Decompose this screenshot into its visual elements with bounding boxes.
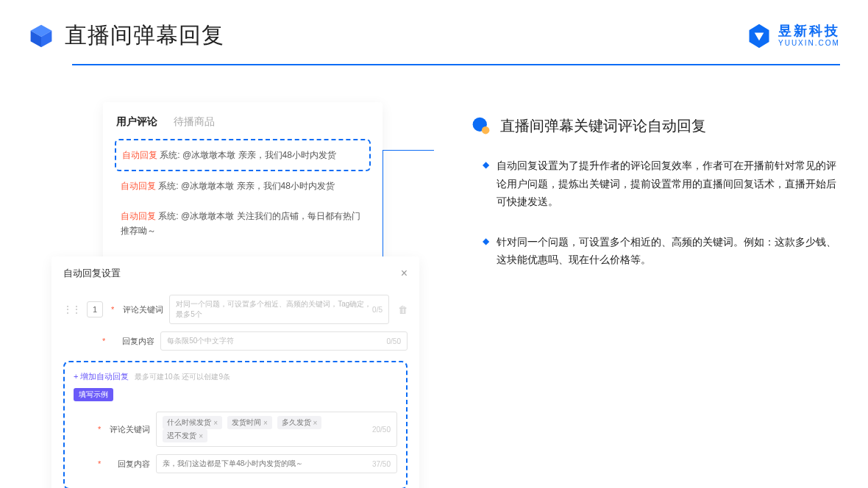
comment-item-highlight: 自动回复 系统: @冰墩墩本墩 亲亲，我们48小时内发货: [115, 139, 371, 171]
example-content-row: * 回复内容 亲，我们这边都是下单48小时内发货的哦～ 37/50: [74, 454, 397, 473]
example-content-label: 回复内容: [109, 459, 150, 470]
required-star: *: [100, 337, 107, 345]
svg-point-5: [482, 126, 490, 134]
comment-text: @冰墩墩本墩 亲亲，我们48小时内发货: [181, 181, 335, 191]
comment-text: @冰墩墩本墩 亲亲，我们48小时内发货: [182, 150, 336, 160]
right-column: 直播间弹幕关键词评论自动回复 ◆ 自动回复设置为了提升作者的评论回复效率，作者可…: [449, 102, 840, 291]
index-box: 1: [87, 301, 103, 317]
tag-remove-icon: ×: [199, 432, 203, 440]
bullet-text: 针对同一个问题，可设置多个相近的、高频的关键词。例如：这款多少钱、这块能优惠吗、…: [497, 233, 840, 269]
brand-logo-icon: [746, 23, 772, 49]
content-placeholder: 每条限50个中文字符: [167, 336, 234, 346]
tab-user-comments[interactable]: 用户评论: [116, 115, 157, 129]
brand-en: YUUXIN.COM: [778, 39, 840, 47]
tag-remove-icon: ×: [263, 419, 268, 427]
comment-list: 自动回复 系统: @冰墩墩本墩 亲亲，我们48小时内发货 自动回复 系统: @冰…: [103, 139, 383, 246]
content-label: 回复内容: [113, 336, 154, 347]
comment-prefix: 系统:: [158, 211, 178, 221]
example-content-value: 亲，我们这边都是下单48小时内发货的哦～: [163, 459, 303, 469]
slide-header: 直播间弹幕回复 昱新科技 YUUXIN.COM: [0, 0, 868, 58]
brand-cn: 昱新科技: [778, 24, 840, 39]
example-kw-count: 20/50: [372, 426, 391, 434]
cube-icon: [28, 23, 54, 49]
page-title: 直播间弹幕回复: [65, 21, 224, 51]
add-auto-reply-link[interactable]: + 增加自动回复: [74, 371, 129, 382]
bullet-item: ◆ 针对同一个问题，可设置多个相近的、高频的关键词。例如：这款多少钱、这块能优惠…: [471, 233, 840, 269]
comment-item: 自动回复 系统: @冰墩墩本墩 亲亲，我们48小时内发货: [115, 171, 371, 201]
example-keyword-row: * 评论关键词 什么时候发货× 发货时间× 多久发货× 迟不发货× 20/50: [74, 412, 397, 447]
tag-chip[interactable]: 发货时间×: [227, 416, 272, 429]
left-column: 用户评论 待播商品 自动回复 系统: @冰墩墩本墩 亲亲，我们48小时内发货 自…: [51, 102, 419, 291]
close-icon[interactable]: ×: [401, 267, 408, 280]
example-keyword-input[interactable]: 什么时候发货× 发货时间× 多久发货× 迟不发货× 20/50: [156, 412, 397, 447]
settings-title-row: 自动回复设置 ×: [63, 267, 408, 287]
keyword-input[interactable]: 对同一个问题，可设置多个相近、高频的关键词，Tag确定，最多5个 0/5: [169, 295, 389, 324]
required-star: *: [109, 305, 116, 314]
example-content-input[interactable]: 亲，我们这边都是下单48小时内发货的哦～ 37/50: [156, 454, 397, 473]
tabs: 用户评论 待播商品: [103, 115, 383, 139]
keyword-row: ⋮⋮ 1 * 评论关键词 对同一个问题，可设置多个相近、高频的关键词，Tag确定…: [63, 295, 408, 324]
bubble-icon: [471, 115, 491, 136]
comment-prefix: 系统:: [158, 181, 178, 191]
comment-text: @冰墩墩本墩 关注我们的店铺，每日都有热门推荐呦～: [121, 211, 360, 236]
example-tags-wrap: 什么时候发货× 发货时间× 多久发货× 迟不发货×: [163, 416, 372, 442]
auto-reply-tag: 自动回复: [121, 181, 156, 191]
tag-chip[interactable]: 迟不发货×: [163, 429, 207, 442]
tag-remove-icon: ×: [213, 419, 218, 427]
tab-pending-goods[interactable]: 待播商品: [174, 115, 215, 129]
diamond-icon: ◆: [483, 233, 489, 269]
auto-reply-tag: 自动回复: [122, 150, 157, 160]
bullet-text: 自动回复设置为了提升作者的评论回复效率，作者可在开播前针对常见的评论用户问题，提…: [497, 157, 840, 211]
example-content-count: 37/50: [372, 460, 391, 468]
keyword-label: 评论关键词: [122, 304, 163, 315]
content: 用户评论 待播商品 自动回复 系统: @冰墩墩本墩 亲亲，我们48小时内发货 自…: [0, 65, 868, 291]
keyword-placeholder: 对同一个问题，可设置多个相近、高频的关键词，Tag确定，最多5个: [176, 299, 372, 320]
connector-line: [383, 150, 434, 151]
settings-title: 自动回复设置: [63, 267, 121, 280]
required-star: *: [96, 425, 103, 434]
brand: 昱新科技 YUUXIN.COM: [746, 23, 840, 49]
header-left: 直播间弹幕回复: [28, 21, 224, 51]
content-input[interactable]: 每条限50个中文字符 0/50: [160, 331, 408, 351]
content-count: 0/50: [387, 337, 401, 345]
example-badge: 填写示例: [74, 388, 113, 401]
tag-chip[interactable]: 什么时候发货×: [163, 416, 222, 429]
section-title: 直播间弹幕关键词评论自动回复: [500, 116, 706, 136]
bullet-item: ◆ 自动回复设置为了提升作者的评论回复效率，作者可在开播前针对常见的评论用户问题…: [471, 157, 840, 211]
diamond-icon: ◆: [483, 157, 489, 211]
brand-text: 昱新科技 YUUXIN.COM: [778, 24, 840, 47]
required-star: *: [96, 459, 103, 468]
content-row: * 回复内容 每条限50个中文字符 0/50: [63, 331, 408, 351]
tag-chip[interactable]: 多久发货×: [277, 416, 322, 429]
keyword-count: 0/5: [372, 306, 383, 314]
comment-card: 用户评论 待播商品 自动回复 系统: @冰墩墩本墩 亲亲，我们48小时内发货 自…: [103, 102, 383, 265]
auto-reply-tag: 自动回复: [121, 211, 156, 221]
settings-card: 自动回复设置 × ⋮⋮ 1 * 评论关键词 对同一个问题，可设置多个相近、高频的…: [51, 256, 419, 488]
trash-icon[interactable]: 🗑: [395, 304, 408, 315]
section-head: 直播间弹幕关键词评论自动回复: [471, 115, 840, 136]
example-block: + 增加自动回复 最多可建10条 还可以创建9条 填写示例 * 评论关键词 什么…: [63, 361, 408, 488]
example-keyword-label: 评论关键词: [109, 424, 150, 435]
tag-remove-icon: ×: [313, 419, 318, 427]
drag-handle-icon[interactable]: ⋮⋮: [63, 304, 81, 315]
comment-item: 自动回复 系统: @冰墩墩本墩 关注我们的店铺，每日都有热门推荐呦～: [115, 201, 371, 246]
add-hint: 最多可建10条 还可以创建9条: [135, 372, 230, 382]
comment-prefix: 系统:: [160, 150, 179, 160]
